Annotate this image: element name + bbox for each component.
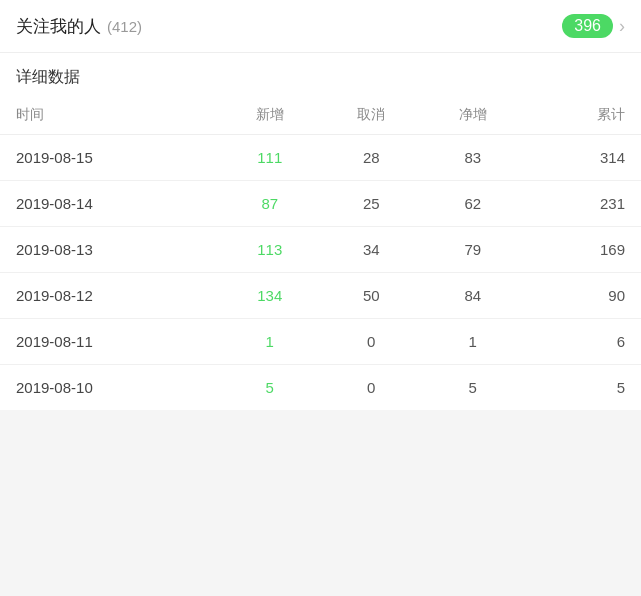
col-header-net: 净增: [422, 106, 524, 124]
table-body: 2019-08-15 111 28 83 314 2019-08-14 87 2…: [0, 135, 641, 410]
table-row: 2019-08-15 111 28 83 314: [0, 135, 641, 181]
cell-total: 5: [524, 379, 626, 396]
cell-date: 2019-08-12: [16, 287, 219, 304]
cell-date: 2019-08-14: [16, 195, 219, 212]
cell-total: 169: [524, 241, 626, 258]
cell-new: 134: [219, 287, 321, 304]
cell-cancel: 34: [321, 241, 423, 258]
cell-new: 87: [219, 195, 321, 212]
table-row: 2019-08-11 1 0 1 6: [0, 319, 641, 365]
cell-net: 62: [422, 195, 524, 212]
col-header-date: 时间: [16, 106, 219, 124]
cell-total: 90: [524, 287, 626, 304]
table-row: 2019-08-10 5 0 5 5: [0, 365, 641, 410]
header: 关注我的人 (412) 396 ›: [0, 0, 641, 53]
cell-cancel: 50: [321, 287, 423, 304]
cell-total: 6: [524, 333, 626, 350]
chevron-right-icon: ›: [619, 16, 625, 37]
col-header-cancel: 取消: [321, 106, 423, 124]
header-title-text: 关注我的人: [16, 15, 101, 38]
cell-new: 1: [219, 333, 321, 350]
section-title: 详细数据: [0, 53, 641, 96]
col-header-new: 新增: [219, 106, 321, 124]
table-row: 2019-08-14 87 25 62 231: [0, 181, 641, 227]
header-count: (412): [107, 18, 142, 35]
header-right[interactable]: 396 ›: [562, 14, 625, 38]
table-container: 详细数据 时间 新增 取消 净增 累计 2019-08-15 111 28 83…: [0, 53, 641, 410]
cell-total: 314: [524, 149, 626, 166]
cell-net: 83: [422, 149, 524, 166]
table-row: 2019-08-13 113 34 79 169: [0, 227, 641, 273]
cell-date: 2019-08-11: [16, 333, 219, 350]
badge: 396: [562, 14, 613, 38]
cell-new: 113: [219, 241, 321, 258]
cell-date: 2019-08-10: [16, 379, 219, 396]
col-header-total: 累计: [524, 106, 626, 124]
cell-cancel: 28: [321, 149, 423, 166]
table-row: 2019-08-12 134 50 84 90: [0, 273, 641, 319]
cell-cancel: 0: [321, 333, 423, 350]
cell-net: 1: [422, 333, 524, 350]
cell-cancel: 25: [321, 195, 423, 212]
cell-date: 2019-08-15: [16, 149, 219, 166]
cell-net: 84: [422, 287, 524, 304]
header-title: 关注我的人 (412): [16, 15, 142, 38]
cell-total: 231: [524, 195, 626, 212]
table-header: 时间 新增 取消 净增 累计: [0, 96, 641, 135]
cell-net: 79: [422, 241, 524, 258]
cell-date: 2019-08-13: [16, 241, 219, 258]
cell-new: 111: [219, 149, 321, 166]
cell-new: 5: [219, 379, 321, 396]
cell-cancel: 0: [321, 379, 423, 396]
cell-net: 5: [422, 379, 524, 396]
